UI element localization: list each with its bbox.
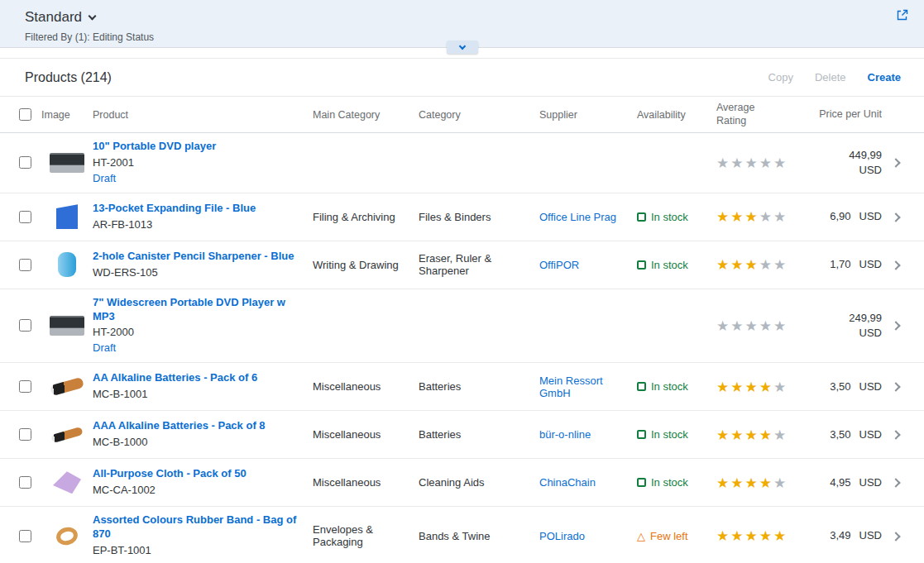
star-icon: ★ <box>716 256 730 273</box>
variant-title: Standard <box>25 9 82 26</box>
table-row[interactable]: AA Alkaline Batteries - Pack of 6 MC-B-1… <box>0 363 924 411</box>
variant-selector[interactable]: Standard <box>25 9 95 26</box>
rating-stars: ★★★★★ <box>716 379 799 395</box>
product-name-link[interactable]: All-Purpose Cloth - Pack of 50 <box>93 467 301 481</box>
row-checkbox[interactable] <box>19 319 31 332</box>
product-id: MC-B-1000 <box>93 436 301 450</box>
supplier-link[interactable]: Mein Ressort GmbH <box>539 375 603 399</box>
availability-label: In stock <box>651 476 688 489</box>
product-image <box>47 419 87 451</box>
row-chevron-icon[interactable] <box>891 322 900 331</box>
star-icon: ★ <box>745 379 759 395</box>
column-header-price-per-unit: Price per Unit <box>799 107 882 122</box>
star-icon: ★ <box>730 475 744 491</box>
row-checkbox[interactable] <box>19 476 31 489</box>
supplier-link[interactable]: bür-o-nline <box>539 428 591 441</box>
star-icon: ★ <box>716 427 730 443</box>
supplier-link[interactable]: OffiPOR <box>539 259 579 271</box>
row-chevron-icon[interactable] <box>891 159 900 168</box>
product-image <box>47 201 87 232</box>
star-icon: ★ <box>716 155 730 171</box>
star-icon: ★ <box>730 379 744 395</box>
product-status-link[interactable]: Draft <box>93 341 301 355</box>
collapse-header-button[interactable] <box>447 41 478 54</box>
price-cell: 3,50USD <box>799 379 882 394</box>
table-row[interactable]: AAA Alkaline Batteries - Pack of 8 MC-B-… <box>0 411 924 459</box>
star-icon: ★ <box>773 427 788 443</box>
row-checkbox[interactable] <box>19 156 31 169</box>
star-icon: ★ <box>773 208 788 225</box>
delete-button[interactable]: Delete <box>815 71 846 83</box>
in-stock-icon <box>637 260 646 270</box>
product-name-link[interactable]: AA Alkaline Batteries - Pack of 6 <box>93 371 301 385</box>
product-name-link[interactable]: 2-hole Canister Pencil Sharpener - Blue <box>93 250 301 264</box>
row-checkbox[interactable] <box>19 211 31 223</box>
star-icon: ★ <box>745 155 759 171</box>
star-icon: ★ <box>716 379 730 395</box>
share-button[interactable] <box>893 7 911 26</box>
availability-cell: △Few left <box>637 530 716 542</box>
row-chevron-icon[interactable] <box>891 479 900 488</box>
chevron-down-icon <box>458 42 465 49</box>
table-row[interactable]: All-Purpose Cloth - Pack of 50 MC-CA-100… <box>0 459 924 507</box>
table-row[interactable]: 7" Widescreen Portable DVD Player w MP3 … <box>0 289 924 364</box>
product-name-link[interactable]: Assorted Colours Rubber Band - Bag of 87… <box>93 513 301 542</box>
table-row[interactable]: 13-Pocket Expanding File - Blue AR-FB-10… <box>0 193 924 241</box>
chevron-down-icon <box>89 12 97 20</box>
product-name-link[interactable]: 10" Portable DVD player <box>93 140 301 154</box>
category-cell: Batteries <box>419 428 539 441</box>
rating-stars: ★★★★★ <box>716 317 799 334</box>
star-icon: ★ <box>730 317 744 334</box>
main-category-cell: Writing & Drawing <box>313 259 419 271</box>
product-id: MC-B-1001 <box>93 388 301 402</box>
product-image <box>47 371 87 403</box>
table-row[interactable]: 10" Portable DVD player HT-2001 Draft ★★… <box>0 133 924 193</box>
star-icon: ★ <box>716 527 730 544</box>
filter-bar: Standard Filtered By (1): Editing Status <box>0 0 924 47</box>
toolbar-actions: Copy Delete Create <box>768 71 901 83</box>
row-chevron-icon[interactable] <box>891 212 900 222</box>
row-checkbox[interactable] <box>19 259 31 271</box>
availability-label: In stock <box>651 428 688 441</box>
row-checkbox[interactable] <box>19 428 31 441</box>
product-name-link[interactable]: AAA Alkaline Batteries - Pack of 8 <box>93 419 301 433</box>
product-name-link[interactable]: 13-Pocket Expanding File - Blue <box>93 202 301 216</box>
select-all-checkbox[interactable] <box>19 108 31 121</box>
table-toolbar: Products (214) Copy Delete Create <box>0 59 924 97</box>
product-name-link[interactable]: 7" Widescreen Portable DVD Player w MP3 <box>93 296 301 324</box>
create-button[interactable]: Create <box>868 71 901 83</box>
rating-stars: ★★★★★ <box>716 475 799 491</box>
row-chevron-icon[interactable] <box>891 431 900 440</box>
star-icon: ★ <box>745 256 759 273</box>
price-cell: 449,99USD <box>799 148 882 177</box>
supplier-link[interactable]: Office Line Prag <box>539 211 616 223</box>
product-id: MC-CA-1002 <box>93 484 301 498</box>
star-icon: ★ <box>773 317 788 334</box>
supplier-link[interactable]: ChinaChain <box>539 476 596 489</box>
star-icon: ★ <box>759 475 773 491</box>
star-icon: ★ <box>730 208 744 225</box>
product-id: EP-BT-1001 <box>93 544 301 558</box>
product-image <box>47 520 87 551</box>
category-cell: Bands & Twine <box>419 530 539 542</box>
main-category-cell: Miscellaneous <box>313 476 419 489</box>
star-icon: ★ <box>773 527 788 544</box>
row-checkbox[interactable] <box>19 380 31 393</box>
row-checkbox[interactable] <box>19 530 31 542</box>
row-chevron-icon[interactable] <box>891 532 900 541</box>
column-header-average-rating: Average Rating <box>716 102 799 127</box>
main-category-cell: Filing & Archiving <box>313 211 419 223</box>
copy-button[interactable]: Copy <box>768 71 793 83</box>
supplier-link[interactable]: POLirado <box>539 530 585 542</box>
main-category-cell: Envelopes & Packaging <box>313 523 419 548</box>
row-chevron-icon[interactable] <box>891 383 900 392</box>
rating-stars: ★★★★★ <box>716 427 799 443</box>
row-chevron-icon[interactable] <box>891 260 900 270</box>
category-cell: Eraser, Ruler & Sharpener <box>419 252 539 277</box>
price-cell: 3,49USD <box>799 528 882 543</box>
table-row[interactable]: 2-hole Canister Pencil Sharpener - Blue … <box>0 241 924 289</box>
column-header-image: Image <box>41 109 93 121</box>
star-icon: ★ <box>759 527 773 544</box>
table-row[interactable]: Assorted Colours Rubber Band - Bag of 87… <box>0 507 924 563</box>
product-status-link[interactable]: Draft <box>93 172 301 186</box>
